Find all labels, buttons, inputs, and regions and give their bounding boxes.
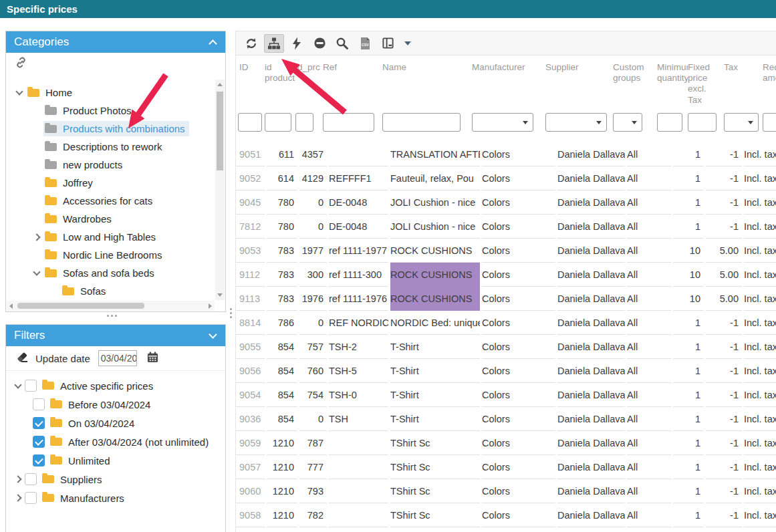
scroll-left-arrow-icon[interactable]	[9, 303, 13, 309]
categories-horizontal-scrollbar[interactable]	[7, 301, 215, 311]
table-row[interactable]: 90591210787TShirt ScColorsDaniela Dallav…	[236, 431, 776, 455]
categories-vertical-scrollbar[interactable]	[215, 80, 225, 300]
filter-ref-input[interactable]	[323, 113, 374, 132]
filter-tax-select[interactable]	[724, 113, 759, 132]
node-content[interactable]: Low and High Tables	[43, 229, 160, 245]
filter-node-unlimited[interactable]: Unlimited	[6, 451, 225, 470]
node-content[interactable]: new products	[43, 157, 126, 172]
node-content[interactable]: Product Photos	[43, 103, 136, 118]
checkbox-checked[interactable]	[33, 454, 45, 467]
scroll-right-arrow-icon[interactable]	[209, 303, 212, 309]
column-header-id-prc[interactable]: id_prc	[295, 62, 323, 113]
table-row[interactable]: 90526144129REFFFF1Fauteuil, relax, PouCo…	[236, 166, 776, 190]
category-node-home[interactable]: Home	[6, 84, 215, 102]
scroll-up-arrow-icon[interactable]	[217, 83, 223, 86]
filters-panel-header[interactable]: Filters	[6, 325, 225, 346]
disable-icon[interactable]	[309, 34, 330, 53]
collapse-up-icon[interactable]	[209, 39, 217, 48]
column-header-supplier[interactable]: Supplier	[545, 62, 613, 113]
column-header-reduction-amount[interactable]: Reduction amount	[763, 62, 776, 113]
category-node-sofas-and-sofa-beds[interactable]: Sofas and sofa beds	[6, 264, 215, 282]
expander-right-icon[interactable]	[11, 495, 25, 501]
expander-down-icon[interactable]	[30, 271, 43, 275]
table-row[interactable]: 9056854760TSH-5T-ShirtColorsDaniela Dall…	[236, 359, 776, 383]
filter-node-before-03-04-2024[interactable]: Before 03/04/2024	[6, 395, 225, 414]
column-header-tax[interactable]: Tax	[724, 62, 763, 113]
expander-down-icon[interactable]	[11, 384, 25, 388]
category-node-descriptions-to-rework[interactable]: Descriptions to rework	[6, 138, 215, 156]
categories-panel-header[interactable]: Categories	[6, 31, 225, 53]
node-content[interactable]: Home	[26, 85, 76, 100]
selected-node-content[interactable]: Products with combinations	[43, 121, 189, 136]
expander-right-icon[interactable]	[11, 477, 25, 482]
filter-reduction-amount-select[interactable]	[763, 113, 776, 132]
node-content[interactable]: Descriptions to rework	[43, 139, 166, 154]
refresh-icon[interactable]	[241, 34, 261, 53]
column-header-minimum-quantity[interactable]: Minimum quantity	[657, 62, 688, 113]
table-row[interactable]: 9055854757TSH-2T-ShirtColorsDaniela Dall…	[236, 335, 776, 359]
hierarchy-icon[interactable]	[264, 34, 284, 53]
table-row[interactable]: 78127800DE-0048JOLI Cushion - niceColors…	[236, 215, 776, 239]
filter-node-active-specific-prices[interactable]: Active specific prices	[6, 376, 225, 395]
table-row[interactable]: 90516114357TRANSLATION AFTERColorsDaniel…	[236, 142, 776, 166]
checkbox-checked[interactable]	[33, 436, 45, 448]
filter-id-input[interactable]	[238, 113, 262, 132]
table-row[interactable]: 90537831977ref 1111-1977ROCK CUSHIONSCol…	[236, 239, 776, 263]
table-row[interactable]: 90368540TSHT-ShirtColorsDaniela Dallaval…	[236, 407, 776, 431]
expander-right-icon[interactable]	[30, 235, 43, 240]
filter-id-prc-input[interactable]	[295, 113, 313, 132]
column-header-id-product[interactable]: id product	[265, 62, 295, 113]
calendar-icon[interactable]	[146, 351, 159, 366]
column-header-manufacturer[interactable]: Manufacturer	[472, 62, 545, 113]
column-header-custom-groups[interactable]: Custom groups	[613, 62, 657, 113]
horizontal-scroll-thumb[interactable]	[17, 303, 144, 309]
category-node-nordic-line-bedrooms[interactable]: Nordic Line Bedrooms	[6, 246, 215, 264]
checkbox-unchecked[interactable]	[25, 492, 37, 504]
column-header-fixed-price-excl-tax[interactable]: Fixed price excl. Tax	[688, 62, 724, 113]
node-content[interactable]: Nordic Line Bedrooms	[43, 247, 166, 263]
table-row[interactable]: 90571210777TShirt ScColorsDaniela Dallav…	[236, 455, 776, 479]
filter-manufacturer-select[interactable]	[472, 113, 533, 132]
node-content[interactable]: Sofas	[61, 283, 110, 299]
category-node-product-photos[interactable]: Product Photos	[6, 102, 215, 120]
vertical-splitter-handle[interactable]	[230, 308, 232, 318]
vertical-scroll-thumb[interactable]	[217, 92, 223, 170]
category-node-joffrey[interactable]: Joffrey	[6, 174, 215, 192]
table-row[interactable]: 90457800DE-0048JOLI Cushion - niceColors…	[236, 190, 776, 215]
filter-node-manufacturers[interactable]: Manufacturers	[6, 489, 225, 507]
horizontal-splitter-handle[interactable]	[107, 315, 117, 317]
update-date-input[interactable]	[98, 350, 137, 366]
category-node-products-with-combinations[interactable]: Products with combinations	[6, 120, 215, 138]
checkbox-checked[interactable]	[33, 417, 45, 429]
csv-export-icon[interactable]: CSV	[355, 34, 375, 53]
bolt-icon[interactable]	[287, 34, 307, 53]
category-node-wardrobes[interactable]: Wardrobes	[6, 210, 215, 228]
filter-minimum-quantity-input[interactable]	[657, 113, 682, 132]
filter-custom-groups-select[interactable]	[613, 113, 642, 132]
checkbox-unchecked[interactable]	[25, 380, 37, 392]
category-node-accessories-for-cats[interactable]: Accessories for cats	[6, 192, 215, 210]
table-row[interactable]: 9054854754TSH-0T-ShirtColorsDaniela Dall…	[236, 383, 776, 407]
table-row[interactable]: 91137831976ref 1111-1976ROCK CUSHIONSCol…	[236, 287, 776, 311]
node-content[interactable]: Wardrobes	[43, 211, 116, 227]
table-row[interactable]: 9112783300ref 1111-300ROCK CUSHIONSColor…	[236, 263, 776, 287]
table-row[interactable]: 90581210782TShirt ScColorsDaniela Dallav…	[236, 503, 776, 527]
node-content[interactable]: Accessories for cats	[43, 193, 156, 209]
filter-supplier-select[interactable]	[545, 113, 607, 132]
filter-node-after-03-04-2024-not-unlimited[interactable]: After 03/04/2024 (not unlimited)	[6, 432, 225, 451]
filter-name-input[interactable]	[382, 113, 461, 132]
link-icon[interactable]	[15, 56, 27, 72]
column-header-id[interactable]: ID	[236, 62, 265, 113]
filter-fixed-price-excl-tax-input[interactable]	[688, 113, 717, 132]
column-header-name[interactable]: Name	[382, 62, 472, 113]
table-row[interactable]: 90601210793TShirt ScColorsDaniela Dallav…	[236, 479, 776, 503]
scroll-down-arrow-icon[interactable]	[217, 293, 223, 297]
node-content[interactable]: Joffrey	[43, 175, 97, 190]
category-node-low-and-high-tables[interactable]: Low and High Tables	[6, 228, 215, 246]
dropdown-caret-icon[interactable]	[404, 41, 411, 45]
category-node-sofas[interactable]: Sofas	[6, 282, 215, 300]
node-content[interactable]: Sofas and sofa beds	[43, 265, 158, 281]
category-node-new-products[interactable]: new products	[6, 156, 215, 174]
table-row[interactable]: 88147860REF NORDICNORDIC Bed: uniqueColo…	[236, 311, 776, 335]
collapse-down-icon[interactable]	[209, 330, 217, 339]
